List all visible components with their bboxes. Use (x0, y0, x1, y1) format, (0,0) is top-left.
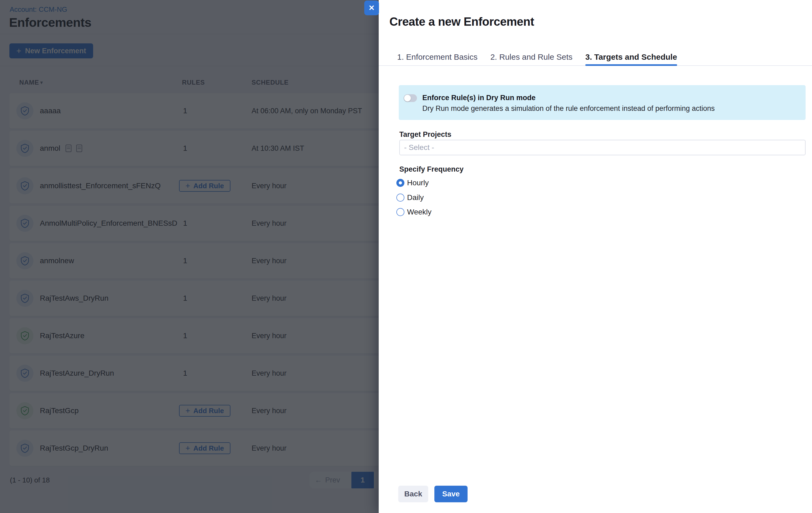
frequency-radio-weekly[interactable]: Weekly (396, 208, 431, 216)
radio-label: Weekly (407, 208, 431, 216)
close-icon: ✕ (369, 3, 375, 12)
dry-run-title: Enforce Rule(s) in Dry Run mode (422, 94, 535, 102)
target-projects-select[interactable]: - Select - (399, 140, 806, 155)
panel-title: Create a new Enforcement (389, 15, 534, 28)
save-button[interactable]: Save (434, 486, 468, 502)
close-button[interactable]: ✕ (364, 1, 379, 15)
frequency-radio-hourly[interactable]: Hourly (396, 178, 429, 187)
toggle-knob (404, 95, 411, 102)
radio-label: Daily (407, 193, 424, 202)
wizard-tabs: 1. Enforcement Basics2. Rules and Rule S… (379, 49, 812, 66)
dry-run-banner: Enforce Rule(s) in Dry Run mode Dry Run … (399, 85, 806, 120)
tab-step-2[interactable]: 2. Rules and Rule Sets (490, 49, 573, 65)
back-button[interactable]: Back (398, 486, 428, 502)
tab-step-3[interactable]: 3. Targets and Schedule (585, 49, 677, 65)
select-placeholder: - Select - (404, 143, 434, 152)
frequency-label: Specify Frequency (399, 165, 464, 173)
radio-icon (396, 194, 404, 202)
target-projects-label: Target Projects (399, 131, 452, 139)
frequency-radio-daily[interactable]: Daily (396, 193, 424, 202)
radio-icon (396, 179, 404, 187)
dry-run-toggle[interactable] (404, 94, 417, 102)
radio-label: Hourly (407, 178, 429, 187)
tab-step-1[interactable]: 1. Enforcement Basics (397, 49, 477, 65)
dry-run-description: Dry Run mode generates a simulation of t… (422, 105, 715, 113)
screen: Account: CCM-NG Enforcements + New Enfor… (0, 0, 812, 513)
create-enforcement-panel: Create a new Enforcement 1. Enforcement … (379, 0, 812, 513)
radio-icon (396, 208, 404, 216)
